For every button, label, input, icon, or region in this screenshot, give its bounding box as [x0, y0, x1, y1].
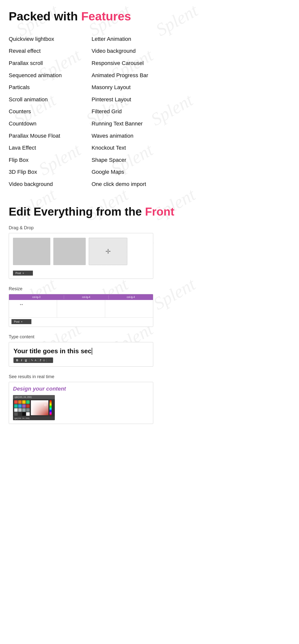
title-highlight: Features: [81, 10, 131, 23]
swatch[interactable]: [18, 408, 22, 412]
resize-frame: col-lg-3 col-lg-4 col-lg-4 ↔ Post +: [9, 294, 153, 327]
toolbar-sep-3: [47, 358, 47, 362]
list-item: Parallax scroll: [9, 57, 92, 70]
section2-title-highlight: Front: [145, 205, 174, 218]
resize-post-footer: Post +: [12, 319, 31, 324]
color-picker[interactable]: rgb(193, 24, 255): [13, 395, 55, 420]
type-toolbar[interactable]: B I U ✎ A ⁋ ⊙ ⋯: [14, 358, 53, 363]
list-item: Counters: [9, 106, 92, 118]
swatch[interactable]: [26, 408, 30, 412]
list-item: Parallax Mouse Float: [9, 130, 92, 142]
color-picker-body: [13, 399, 55, 416]
swatch[interactable]: [22, 408, 26, 412]
swatch[interactable]: [22, 400, 26, 404]
drag-drop-frame: ✛ Post +: [9, 233, 153, 279]
list-item: Knockout Text: [92, 142, 175, 154]
list-item: Masonry Layout: [92, 82, 175, 94]
resize-col-2: col-lg-4: [64, 295, 109, 299]
swatch[interactable]: [22, 412, 26, 416]
swatch[interactable]: [22, 404, 26, 408]
list-item: Animated Progress Bar: [92, 70, 175, 82]
drag-drop-inner: ✛: [9, 233, 153, 265]
resize-body-col-3: [105, 300, 153, 318]
swatch[interactable]: [26, 400, 30, 404]
list-item: Lava Effect: [9, 142, 92, 154]
resize-col-3: col-lg-4: [109, 295, 153, 299]
unlink-icon[interactable]: ⊙: [43, 359, 45, 362]
resize-post-label: Post: [14, 320, 20, 323]
type-content-frame: Your title goes in this sec B I U ✎ A ⁋ …: [9, 342, 153, 367]
list-item: Sequenced animation: [9, 70, 92, 82]
swatch[interactable]: [14, 412, 18, 416]
color-picker-bottom: rgb(193, 24, 255): [13, 416, 55, 420]
swatch[interactable]: [14, 404, 18, 408]
resize-body-col-2: [57, 300, 105, 318]
list-item: One click demo import: [92, 178, 175, 190]
features-grid: Quickview lightbox Reveal effect Paralla…: [9, 33, 174, 190]
color-picker-top-bar: rgb(193, 24, 255): [13, 395, 55, 399]
realtime-frame: Design your content rgb(193, 24, 255): [9, 382, 153, 424]
realtime-demo: See results in real time Design your con…: [9, 374, 174, 424]
swatch[interactable]: [26, 412, 30, 416]
list-item: Video background: [92, 45, 175, 57]
type-content-label: Type content: [9, 334, 174, 340]
resize-top-bar: col-lg-3 col-lg-4 col-lg-4: [9, 294, 153, 300]
color-hue-strip[interactable]: [50, 400, 52, 415]
drag-drop-demo: Drag & Drop ✛ Post +: [9, 225, 174, 279]
list-item: Running Text Banner: [92, 118, 175, 130]
swatch[interactable]: [18, 412, 22, 416]
dd-post-footer: Post +: [13, 270, 33, 276]
swatch[interactable]: [14, 408, 18, 412]
bold-button[interactable]: B: [16, 358, 19, 362]
list-item: Waves animation: [92, 130, 175, 142]
color-gradient-selector: [44, 404, 46, 406]
move-icon: ✛: [105, 248, 111, 256]
link-icon[interactable]: ⁋: [40, 359, 41, 362]
swatch[interactable]: [18, 400, 22, 404]
list-item: Responsive Carousel: [92, 57, 175, 70]
resize-body-col-1: ↔: [9, 300, 57, 318]
resize-post-plus: +: [21, 320, 23, 323]
pencil-icon[interactable]: ✎: [31, 359, 33, 362]
section2-title: Edit Everything from the Front: [9, 205, 174, 218]
dd-box-dragging[interactable]: ✛: [89, 238, 127, 265]
more-icon[interactable]: ⋯: [48, 359, 51, 362]
list-item: Particals: [9, 82, 92, 94]
list-item: Letter Animation: [92, 33, 175, 45]
resize-col-1: col-lg-3: [9, 295, 64, 299]
list-item: 3D Flip Box: [9, 166, 92, 178]
features-left-col: Quickview lightbox Reveal effect Paralla…: [9, 33, 92, 190]
realtime-design-label: Design your content: [13, 386, 149, 392]
post-label: Post: [16, 272, 21, 274]
dd-box-1: [13, 238, 50, 265]
list-item: Countdown: [9, 118, 92, 130]
title-plain: Packed with: [9, 10, 81, 23]
resize-arrow: ↔: [9, 300, 57, 309]
toolbar-sep-1: [29, 358, 30, 362]
list-item: Reveal effect: [9, 45, 92, 57]
realtime-inner: Design your content rgb(193, 24, 255): [9, 382, 153, 424]
font-color-icon[interactable]: A: [35, 359, 36, 362]
list-item: Filtered Grid: [92, 106, 175, 118]
color-swatches: [14, 400, 30, 416]
list-item: Quickview lightbox: [9, 33, 92, 45]
type-content-demo: Type content Your title goes in this sec…: [9, 334, 174, 367]
features-right-col: Letter Animation Video background Respon…: [92, 33, 175, 190]
list-item: Flip Box: [9, 154, 92, 166]
post-plus: +: [23, 272, 24, 274]
italic-button[interactable]: I: [21, 358, 23, 362]
swatch[interactable]: [18, 404, 22, 408]
resize-demo: Resize col-lg-3 col-lg-4 col-lg-4 ↔: [9, 286, 174, 327]
list-item: Pinterest Layout: [92, 94, 175, 106]
swatch[interactable]: [14, 400, 18, 404]
drag-drop-label: Drag & Drop: [9, 225, 174, 230]
color-gradient[interactable]: [31, 400, 48, 415]
swatch[interactable]: [26, 404, 30, 408]
list-item: Google Maps: [92, 166, 175, 178]
resize-inner: col-lg-3 col-lg-4 col-lg-4 ↔ Post +: [9, 294, 153, 326]
toolbar-sep-2: [38, 358, 38, 362]
underline-button[interactable]: U: [24, 358, 28, 362]
list-item: Scroll animation: [9, 94, 92, 106]
type-title-text: Your title goes in this sec: [14, 347, 149, 355]
type-content-inner: Your title goes in this sec B I U ✎ A ⁋ …: [9, 342, 153, 366]
